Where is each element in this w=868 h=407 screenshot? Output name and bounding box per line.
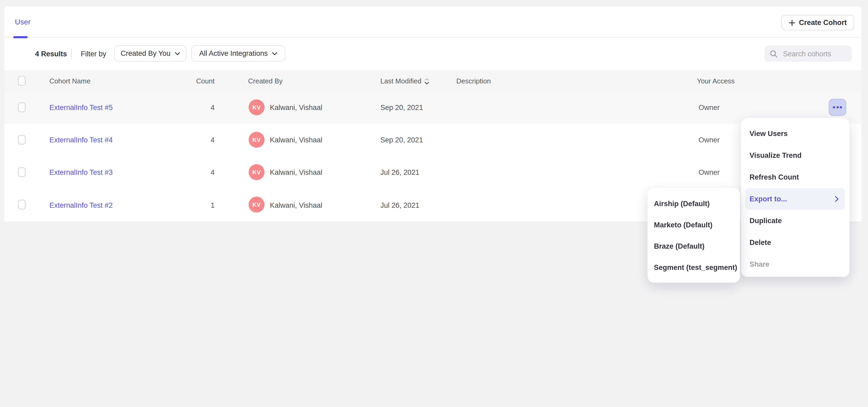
menu-item-export-to-label: Export to... [749,195,787,203]
row-checkbox[interactable] [18,167,26,177]
select-all-checkbox[interactable] [18,76,26,86]
submenu-item-segment[interactable]: Segment (test_segment) [648,257,740,278]
created-by-cell: Kalwani, Vishaal [270,124,322,156]
menu-item-export-to[interactable]: Export to... [745,188,845,210]
avatar: KV [249,164,265,180]
table-row[interactable]: ExternalInfo Test #4 4 KV Kalwani, Visha… [4,124,862,157]
chevron-down-icon [272,52,277,55]
cohort-name-link[interactable]: ExternalInfo Test #5 [50,91,113,124]
row-checkbox[interactable] [18,200,26,209]
ellipsis-icon [833,106,835,108]
integrations-filter-value: All Active Integrations [199,50,268,57]
menu-item-share: Share [741,253,849,275]
count-cell: 4 [164,156,215,189]
search-cohorts-box [765,46,852,62]
last-modified-cell: Sep 20, 2021 [380,124,423,156]
menu-item-delete[interactable]: Delete [741,232,849,253]
cohort-name-link[interactable]: ExternalInfo Test #4 [50,124,113,156]
sort-icon [425,78,430,84]
tab-user-label: User [15,18,31,26]
submenu-item-braze[interactable]: Braze (Default) [648,236,740,257]
filter-bar: 4 Results Filter by Created By You All A… [4,37,862,70]
results-count: 4 Results [35,37,67,70]
table-header: Cohort Name Count Created By Last Modifi… [4,70,862,91]
row-actions-button[interactable] [829,99,846,116]
access-cell: Owner [699,91,720,124]
created-by-filter-dropdown[interactable]: Created By You [114,45,186,62]
count-cell: 4 [164,124,215,156]
column-header-last-modified-label: Last Modified [380,77,422,85]
row-context-menu: View Users Visualize Trend Refresh Count… [741,118,849,277]
access-cell: Owner [699,124,720,156]
access-cell: Owner [699,156,720,189]
column-header-cohort-name[interactable]: Cohort Name [50,70,91,91]
last-modified-cell: Jul 26, 2021 [380,156,420,189]
chevron-down-icon [175,52,180,55]
count-cell: 4 [164,91,215,124]
avatar: KV [249,99,265,115]
create-cohort-button[interactable]: Create Cohort [781,15,854,30]
filter-by-label: Filter by [81,37,106,70]
last-modified-cell: Jul 26, 2021 [380,189,420,222]
menu-item-view-users[interactable]: View Users [741,123,849,145]
search-icon [770,50,778,58]
column-header-your-access[interactable]: Your Access [697,70,735,91]
cohort-name-link[interactable]: ExternalInfo Test #3 [50,156,113,189]
menu-item-visualize-trend[interactable]: Visualize Trend [741,145,849,166]
tab-user[interactable]: User [15,6,31,37]
column-header-description[interactable]: Description [456,70,491,91]
created-by-cell: Kalwani, Vishaal [270,156,322,189]
cohorts-page: User Create Cohort 4 Results Filter by C… [0,0,868,407]
column-header-created-by[interactable]: Created By [248,70,283,91]
create-cohort-label: Create Cohort [799,19,847,27]
submenu-item-airship[interactable]: Airship (Default) [648,193,740,214]
row-checkbox[interactable] [18,135,26,145]
tab-bar: User Create Cohort [4,6,862,38]
avatar: KV [249,132,265,148]
menu-item-refresh-count[interactable]: Refresh Count [741,166,849,188]
submenu-item-marketo[interactable]: Marketo (Default) [648,214,740,236]
row-checkbox[interactable] [18,102,26,112]
cohort-name-link[interactable]: ExternalInfo Test #2 [50,189,113,222]
table-row[interactable]: ExternalInfo Test #3 4 KV Kalwani, Visha… [4,156,862,189]
integrations-filter-dropdown[interactable]: All Active Integrations [191,45,285,62]
created-by-cell: Kalwani, Vishaal [270,91,322,124]
table-row[interactable]: ExternalInfo Test #5 4 KV Kalwani, Visha… [4,91,862,124]
column-header-count[interactable]: Count [164,70,215,91]
plus-icon [789,20,795,26]
created-by-filter-value: Created By You [121,50,170,57]
chevron-right-icon [835,196,839,202]
menu-item-duplicate[interactable]: Duplicate [741,210,849,232]
count-cell: 1 [164,189,215,222]
column-header-last-modified[interactable]: Last Modified [380,70,430,91]
avatar: KV [249,196,265,213]
divider [71,49,72,59]
export-submenu: Airship (Default) Marketo (Default) Braz… [648,188,740,283]
created-by-cell: Kalwani, Vishaal [270,189,322,222]
search-cohorts-input[interactable] [782,49,847,58]
last-modified-cell: Sep 20, 2021 [380,91,423,124]
